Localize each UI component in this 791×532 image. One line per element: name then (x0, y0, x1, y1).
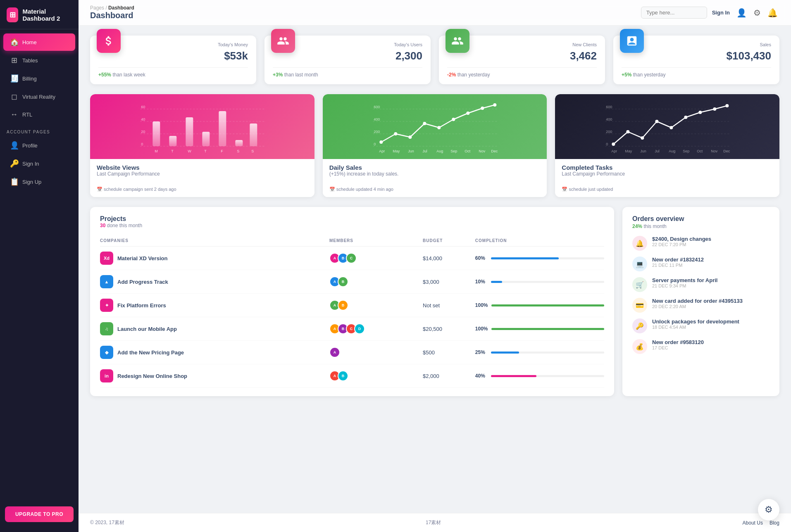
budget-value: $2,000 (423, 373, 439, 379)
sidebar-item-label: Profile (22, 142, 38, 149)
progress-bar (491, 304, 604, 306)
svg-text:May: May (393, 149, 400, 153)
chart-footer-daily-sales: Daily Sales (+15%) increase in today sal… (323, 159, 547, 197)
member-avatars: A (329, 347, 423, 358)
sidebar-item-label: Billing (22, 76, 37, 82)
chart-update-website-views: 📅 schedule campaign sent 2 days ago (97, 187, 308, 192)
topbar-signin-button[interactable]: Sign In (712, 10, 730, 16)
stat-trend-text-users: than last month (284, 72, 318, 78)
stat-trend-clients: -2% (447, 72, 456, 78)
line-chart-svg-tasks: 600 400 200 0 Apr (562, 101, 773, 154)
footer-center: 17素材 (426, 519, 441, 526)
avatar: B (338, 276, 348, 287)
breadcrumb-current: Dashboard (108, 5, 134, 11)
svg-text:T: T (171, 149, 174, 153)
company-logo: ▲ (100, 275, 113, 288)
completion-pct: 10% (475, 279, 488, 285)
svg-text:20: 20 (141, 130, 145, 134)
svg-text:400: 400 (606, 117, 612, 121)
stat-trend-users: +3% (273, 72, 283, 78)
rtl-icon: ↔ (10, 110, 18, 119)
stat-label-money: Today's Money (218, 42, 248, 47)
sidebar-item-billing[interactable]: 🧾 Billing (3, 70, 75, 87)
sidebar-item-tables[interactable]: ⊞ Tables (3, 52, 75, 69)
person-icon[interactable]: 👤 (735, 6, 748, 19)
svg-text:Sep: Sep (450, 149, 457, 153)
profile-icon: 👤 (10, 141, 18, 150)
avatar: A (329, 347, 340, 358)
sidebar-item-signin[interactable]: 🔑 Sign In (3, 155, 75, 172)
sidebar-item-label: Sign In (22, 161, 39, 167)
footer-about[interactable]: About Us (743, 520, 763, 526)
sidebar-item-vr[interactable]: ◻ Virtual Reality (3, 88, 75, 105)
stat-value-clients: 3,462 (447, 50, 597, 62)
svg-text:Jun: Jun (641, 149, 647, 153)
sidebar-item-home[interactable]: 🏠 Home (3, 33, 75, 51)
svg-text:0: 0 (141, 142, 143, 146)
brand-icon: ⊞ (7, 7, 18, 22)
svg-rect-14 (250, 124, 257, 146)
stat-icon-clients (446, 29, 469, 53)
svg-text:Nov: Nov (711, 149, 718, 153)
order-time: 21 DEC 9:34 PM (652, 283, 770, 288)
tables-icon: ⊞ (10, 56, 18, 65)
order-icon: 💻 (632, 256, 647, 271)
content: Today's Money $53k +55% than lask week T… (79, 26, 791, 513)
sidebar-item-label: RTL (22, 112, 32, 118)
budget-value: $20,500 (423, 326, 442, 332)
order-title: Unlock packages for development (652, 318, 770, 325)
list-item: 💳 New card added for order #4395133 20 D… (632, 298, 770, 313)
order-time: 21 DEC 11 PM (652, 263, 770, 268)
stat-label-users: Today's Users (394, 42, 422, 47)
company-logo: ♫ (100, 322, 113, 335)
stat-value-users: 2,300 (273, 50, 422, 62)
bar-chart-svg: 60 40 20 0 M T (97, 101, 308, 154)
company-name: Fix Platform Errors (117, 302, 166, 309)
progress-bar (491, 257, 559, 259)
sidebar-item-profile[interactable]: 👤 Profile (3, 137, 75, 154)
completion-pct: 100% (475, 302, 488, 308)
chart-footer-website-views: Website Views Last Campaign Performance … (90, 159, 314, 197)
svg-point-35 (452, 118, 455, 121)
footer-copyright: © 2023, 17素材 (90, 519, 124, 526)
settings-icon-topbar[interactable]: ⚙ (752, 6, 762, 19)
member-avatars: AB (329, 276, 423, 287)
svg-text:Apr: Apr (612, 149, 617, 153)
notification-icon[interactable]: 🔔 (766, 6, 779, 19)
breadcrumb-parent: Pages (90, 5, 104, 11)
topbar-right: Sign In 👤 ⚙ 🔔 (641, 6, 779, 19)
sidebar: ⊞ Material Dashboard 2 🏠 Home ⊞ Tables 🧾… (0, 0, 79, 532)
col-budget: BUDGET (423, 235, 475, 247)
stat-trend-text-money: than lask week (112, 72, 145, 78)
svg-text:600: 600 (606, 105, 612, 109)
svg-text:Jul: Jul (655, 149, 660, 153)
completion-pct: 60% (475, 255, 488, 261)
company-name: Add Progress Track (117, 279, 168, 285)
order-title: New card added for order #4395133 (652, 298, 770, 304)
col-companies: COMPANIES (100, 235, 329, 247)
orders-list: 🔔 $2400, Design changes 22 DEC 7:20 PM 💻… (632, 236, 770, 354)
upgrade-button[interactable]: UPGRADE TO PRO (5, 506, 74, 522)
stat-card-money: Today's Money $53k +55% than lask week (90, 36, 256, 84)
main-content: Pages / Dashboard Dashboard Sign In 👤 ⚙ … (79, 0, 791, 532)
line-chart-svg-sales: 600 400 200 0 Apr (329, 101, 541, 154)
chart-subtitle-tasks: Last Campaign Performance (562, 171, 773, 177)
sidebar-item-label: Tables (22, 57, 38, 64)
signin-icon: 🔑 (10, 159, 18, 168)
company-logo: ◆ (100, 346, 113, 359)
col-completion: COMPLETION (475, 235, 604, 247)
billing-icon: 🧾 (10, 74, 18, 83)
stat-icon-users (271, 29, 295, 53)
sidebar-item-signup[interactable]: 📋 Sign Up (3, 173, 75, 190)
orders-subtitle: 24% this month (632, 223, 770, 229)
company-name: Add the New Pricing Page (117, 349, 184, 356)
schedule-icon-1: 📅 (97, 187, 104, 192)
svg-text:Dec: Dec (491, 149, 498, 153)
settings-fab[interactable]: ⚙ (758, 499, 779, 520)
sidebar-item-rtl[interactable]: ↔ RTL (3, 106, 75, 123)
stat-trend-text-clients: than yesterday (457, 72, 490, 78)
stat-card-users: Today's Users 2,300 +3% than last month (264, 36, 431, 84)
footer-blog[interactable]: Blog (770, 520, 779, 526)
search-input[interactable] (641, 7, 707, 19)
chart-footer-tasks: Completed Tasks Last Campaign Performanc… (555, 159, 779, 197)
